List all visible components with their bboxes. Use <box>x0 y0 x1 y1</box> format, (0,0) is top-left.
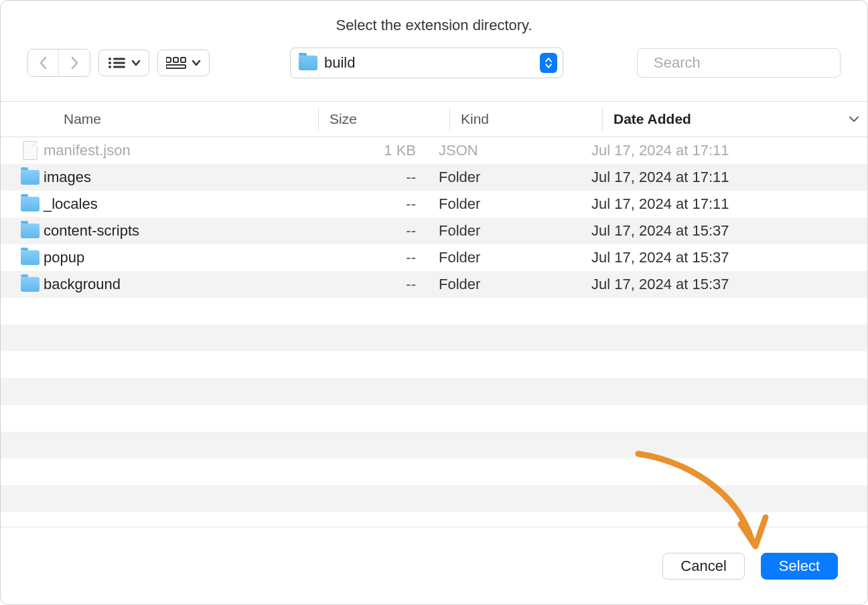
empty-row <box>1 405 867 432</box>
column-date-added[interactable]: Date Added <box>602 107 841 131</box>
file-name: _locales <box>42 195 297 213</box>
folder-icon <box>18 170 42 185</box>
file-icon <box>18 141 42 160</box>
svg-rect-5 <box>113 66 125 68</box>
file-date: Jul 17, 2024 at 15:37 <box>581 276 867 293</box>
file-size: -- <box>297 249 428 266</box>
file-list[interactable]: manifest.json1 KBJSONJul 17, 2024 at 17:… <box>1 137 867 527</box>
file-kind: Folder <box>428 222 581 240</box>
empty-row <box>1 378 867 405</box>
table-row[interactable]: images--FolderJul 17, 2024 at 17:11 <box>1 164 867 191</box>
file-kind: Folder <box>428 276 581 293</box>
select-button[interactable]: Select <box>761 553 838 580</box>
chevron-left-icon <box>39 56 48 70</box>
search-box[interactable] <box>637 48 841 78</box>
file-date: Jul 17, 2024 at 15:37 <box>581 249 867 266</box>
svg-rect-6 <box>166 58 171 62</box>
dialog-footer: Cancel Select <box>1 527 867 604</box>
svg-point-4 <box>108 66 111 68</box>
file-kind: JSON <box>428 142 581 159</box>
empty-row <box>1 485 867 512</box>
empty-row <box>1 458 867 485</box>
search-input[interactable] <box>654 54 838 72</box>
file-size: -- <box>297 169 428 186</box>
svg-rect-7 <box>173 58 178 62</box>
empty-row <box>1 432 867 458</box>
file-size: -- <box>297 222 428 240</box>
empty-row <box>1 351 867 378</box>
folder-icon <box>18 224 42 238</box>
chevron-down-icon <box>131 60 141 66</box>
file-size: -- <box>297 276 428 293</box>
chevron-right-icon <box>70 56 79 70</box>
file-date: Jul 17, 2024 at 17:11 <box>581 169 867 186</box>
column-kind[interactable]: Kind <box>449 107 602 131</box>
folder-icon <box>18 250 42 265</box>
columns-header: Name Size Kind Date Added <box>1 101 867 137</box>
location-dropdown[interactable]: build <box>290 48 563 78</box>
svg-rect-1 <box>113 58 125 60</box>
file-name: images <box>42 169 297 186</box>
file-name: background <box>42 276 297 293</box>
table-row[interactable]: _locales--FolderJul 17, 2024 at 17:11 <box>1 191 867 218</box>
svg-rect-3 <box>113 62 125 64</box>
file-size: -- <box>297 195 428 213</box>
location-label: build <box>324 54 533 72</box>
empty-row <box>1 298 867 325</box>
column-size[interactable]: Size <box>318 107 449 131</box>
table-row[interactable]: content-scripts--FolderJul 17, 2024 at 1… <box>1 218 867 244</box>
file-name: manifest.json <box>42 142 297 159</box>
updown-icon <box>540 53 557 73</box>
file-dialog: Select the extension directory. <box>0 0 868 605</box>
sort-indicator[interactable] <box>841 116 867 122</box>
nav-group <box>27 49 90 77</box>
grid-group-icon <box>166 56 186 70</box>
file-kind: Folder <box>428 249 581 266</box>
svg-point-2 <box>108 62 111 64</box>
chevron-down-icon <box>192 60 201 66</box>
table-row[interactable]: manifest.json1 KBJSONJul 17, 2024 at 17:… <box>1 137 867 164</box>
column-name[interactable]: Name <box>1 111 318 127</box>
empty-row <box>1 325 867 351</box>
folder-icon <box>299 56 317 70</box>
table-row[interactable]: background--FolderJul 17, 2024 at 15:37 <box>1 271 867 298</box>
toolbar: build <box>1 48 867 101</box>
table-row[interactable]: popup--FolderJul 17, 2024 at 15:37 <box>1 244 867 271</box>
file-date: Jul 17, 2024 at 17:11 <box>581 195 867 213</box>
chevron-down-icon <box>849 116 859 122</box>
list-icon <box>107 56 126 70</box>
svg-rect-9 <box>166 65 186 68</box>
file-size: 1 KB <box>297 142 428 159</box>
file-date: Jul 17, 2024 at 15:37 <box>581 222 867 240</box>
cancel-button[interactable]: Cancel <box>662 553 744 580</box>
file-kind: Folder <box>428 195 581 213</box>
svg-rect-8 <box>181 58 186 62</box>
file-name: popup <box>42 249 297 266</box>
folder-icon <box>18 197 42 211</box>
svg-point-0 <box>108 58 111 60</box>
folder-icon <box>18 277 42 292</box>
file-name: content-scripts <box>42 222 297 240</box>
list-view-button[interactable] <box>98 50 149 76</box>
file-kind: Folder <box>428 169 581 186</box>
back-button[interactable] <box>28 50 59 76</box>
file-date: Jul 17, 2024 at 17:11 <box>581 142 867 159</box>
dialog-title: Select the extension directory. <box>1 1 867 48</box>
forward-button[interactable] <box>59 50 90 76</box>
group-view-button[interactable] <box>157 50 210 76</box>
